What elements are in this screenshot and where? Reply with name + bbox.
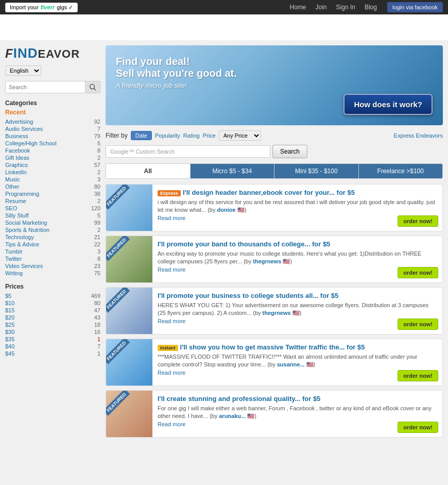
categories-list: Advertising 92Audio Services 7Business 7… [5,118,100,277]
category-link[interactable]: Programming [5,191,39,197]
price-link[interactable]: $5 [5,293,11,299]
filter-popularity-link[interactable]: Popularity [155,132,180,139]
read-more-link[interactable]: Read more [158,318,185,324]
listing-flag: 🇺🇸 [283,258,290,264]
category-link[interactable]: Advertising [5,119,33,125]
nav-home[interactable]: Home [290,4,306,11]
price-link[interactable]: $25 [5,322,14,328]
order-now-button[interactable]: order now! [398,422,438,433]
banner-area [0,14,448,40]
language-selector[interactable]: English Spanish French [5,65,100,76]
read-more-link[interactable]: Read more [158,266,185,273]
read-more-link[interactable]: Read more [158,421,185,427]
category-link[interactable]: Music [5,176,20,182]
tab-all[interactable]: All [106,164,191,178]
category-link[interactable]: Silly Stuff [5,212,29,219]
nav-blog[interactable]: Blog [365,4,377,11]
price-link[interactable]: $35 [5,336,14,342]
listing-author: thegrnews [253,258,281,264]
category-link[interactable]: Graphics [5,162,28,168]
sidebar-category-item: Writing 75 [5,270,100,277]
price-count: 16 [94,329,100,335]
filter-price-link[interactable]: Price [203,132,216,139]
price-link[interactable]: $10 [5,300,14,306]
thumbnail-image [106,288,152,334]
category-link[interactable]: Other [5,183,20,190]
read-more-link[interactable]: Read more [158,370,185,376]
category-count: 5 [97,140,100,146]
how-works-button[interactable]: How does it work? [343,94,433,115]
category-link[interactable]: Facebook [5,147,30,154]
language-dropdown[interactable]: English Spanish French [5,65,41,76]
category-link[interactable]: Audio Services [5,126,43,132]
listing-flag: 🇺🇸 [306,361,314,367]
listing-title[interactable]: I'll design header banner,ebook cover fo… [183,189,355,196]
filter-date-button[interactable]: Date [131,131,152,140]
category-link[interactable]: LinkedIn [5,169,27,175]
category-link[interactable]: Sports & Nutrition [5,227,49,233]
category-link[interactable]: Twitter [5,256,22,262]
custom-search-button[interactable]: Search [272,145,307,158]
main-nav: Home Join Sign In Blog [290,4,377,11]
sidebar-category-item: Silly Stuff 5 [5,212,100,219]
category-link[interactable]: Writing [5,270,23,276]
category-link[interactable]: Tips & Advice [5,241,39,247]
price-link[interactable]: $45 [5,350,14,357]
listing-title[interactable]: I'll promote your business to college st… [158,292,338,299]
main-wrapper: FINDEAVOR English Spanish French Categor… [0,40,448,447]
order-now-button[interactable]: order now! [398,267,438,278]
sidebar-search-button[interactable] [85,81,100,93]
category-count: 7 [97,126,100,132]
listing-title[interactable]: I'll create stunning and professional qu… [158,395,320,403]
custom-search-input[interactable] [106,145,270,158]
fiverr-import-button[interactable]: Import your fiverr gigs ✓ [5,3,78,12]
category-link[interactable]: Technology [5,234,34,240]
sidebar-category-item: Tips & Advice 22 [5,241,100,248]
category-count: 80 [94,183,100,190]
order-now-button[interactable]: order now! [398,215,438,227]
instant-badge: Instant [158,345,178,351]
listing-title[interactable]: I'll promote your band to thousands of c… [158,240,330,248]
sidebar-price-item: $5 469 [5,292,100,299]
order-now-button[interactable]: order now! [398,319,438,330]
category-link[interactable]: Resume [5,198,26,204]
nav-signin[interactable]: Sign In [336,4,355,11]
sidebar-price-item: $15 47 [5,307,100,314]
sidebar-category-item: SEO 120 [5,205,100,212]
tab-micro[interactable]: Micro $5 - $34 [191,164,275,178]
category-count: 22 [94,241,100,247]
listing-flag: 🇺🇸 [237,207,245,213]
category-link[interactable]: Video Services [5,263,43,269]
tab-mini[interactable]: Mini $35 - $100 [274,164,359,178]
category-link[interactable]: SEO [5,205,17,211]
sidebar-category-item: Audio Services 7 [5,125,100,132]
nav-join[interactable]: Join [316,4,327,11]
read-more-link[interactable]: Read more [158,215,185,221]
sidebar-category-item: Resume 2 [5,197,100,205]
sidebar-category-item: Business 79 [5,132,100,140]
listing-title[interactable]: I'll show you how to get massive Twitter… [180,343,365,351]
sidebar-search-input[interactable] [6,81,85,93]
category-link[interactable]: Business [5,133,28,139]
sidebar-category-item: Tumblr 3 [5,248,100,255]
price-link[interactable]: $20 [5,314,14,321]
category-link[interactable]: College/High School [5,140,57,146]
main-content: Find your deal! Sell what you're good at… [106,45,443,442]
tab-freelance[interactable]: Freelance >$100 [359,164,443,178]
category-link[interactable]: Social Marketing [5,220,47,226]
facebook-login-button[interactable]: login via facebook [387,2,443,12]
category-link[interactable]: Gift Ideas [5,155,29,161]
category-link[interactable]: Tumblr [5,248,23,255]
order-now-button[interactable]: order now! [398,370,438,381]
price-link[interactable]: $15 [5,307,14,313]
express-endeavors-link[interactable]: Express Endeavors [394,132,443,139]
category-count: 8 [97,147,100,154]
price-count: 1 [97,350,100,357]
price-link[interactable]: $40 [5,343,14,349]
price-filter-select[interactable]: Any Price Under $5 $5-$35 $35-$100 Over … [219,130,261,141]
category-count: 99 [94,220,100,226]
filter-rating-link[interactable]: Rating [183,132,200,139]
price-link[interactable]: $30 [5,329,14,335]
listing-description: An exciting way to promote your music to… [158,250,437,266]
sidebar-search[interactable] [5,81,100,93]
